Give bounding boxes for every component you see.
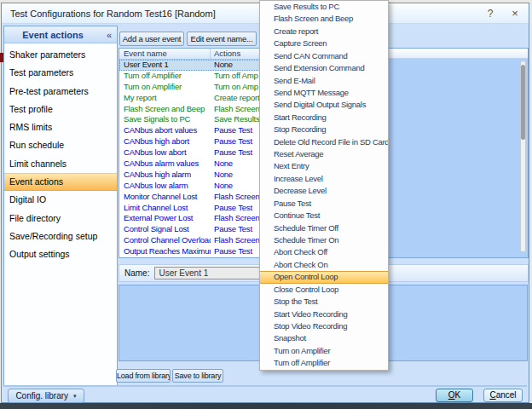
table-row[interactable]: Turn off Amplifier Turn off Amp — [119, 71, 265, 82]
event-name-cell: Control Signal Lost — [119, 224, 211, 235]
menu-item-pause-test[interactable]: Pause Test — [260, 198, 388, 210]
menu-item-send-can-command[interactable]: Send CAN Command — [260, 50, 388, 62]
table-row[interactable]: CANbus low abort Pause Test — [119, 147, 265, 158]
menu-item-stop-the-test[interactable]: Stop the Test — [260, 296, 388, 308]
table-row[interactable]: CANbus high alarm None — [119, 170, 265, 181]
sidebar-item-test-parameters[interactable]: Test parameters — [4, 64, 117, 82]
menu-item-send-digital-output-signals[interactable]: Send Digital Output Signals — [260, 99, 388, 111]
event-action-cell: Pause Test — [211, 203, 265, 214]
config-library-dropdown[interactable]: Config. library ▾ — [8, 389, 84, 403]
sidebar-item-file-directory[interactable]: File directory — [4, 210, 117, 228]
menu-item-close-control-loop[interactable]: Close Control Loop — [260, 284, 388, 296]
menu-item-abort-check-on[interactable]: Abort Check On — [260, 259, 388, 271]
table-row[interactable]: Save Signals to PC Save Results — [119, 114, 265, 125]
table-row[interactable]: Control Channel Overloaded Flash Screen — [119, 235, 265, 246]
event-action-cell: Pause Test — [211, 136, 265, 147]
edit-event-name-button[interactable]: Edit event name... — [187, 32, 257, 46]
event-name-cell: Save Signals to PC — [119, 114, 211, 125]
menu-item-decrease-level[interactable]: Decrease Level — [260, 185, 388, 197]
event-action-cell: Pause Test — [211, 224, 265, 235]
menu-item-stop-recording[interactable]: Stop Recording — [260, 124, 388, 135]
footer-divider — [3, 385, 527, 387]
sidebar-item-digital-io[interactable]: Digital IO — [4, 191, 117, 209]
event-action-cell: Pause Test — [211, 246, 265, 257]
sidebar-item-run-schedule[interactable]: Run schedule — [4, 136, 117, 154]
table-row[interactable]: CANbus high abort Pause Test — [119, 136, 265, 147]
sidebar-item-limit-channels[interactable]: Limit channels — [4, 155, 117, 173]
table-row[interactable]: Output Reaches Maximum Pause Test — [119, 246, 265, 257]
event-table-header: Event name Actions — [119, 49, 265, 60]
event-name-cell: Turn on Amplifier — [119, 82, 211, 93]
column-header-actions[interactable]: Actions — [211, 49, 265, 59]
event-name-cell: My report — [119, 93, 211, 104]
event-action-cell: None — [211, 60, 265, 71]
menu-item-increase-level[interactable]: Increase Level — [260, 173, 388, 185]
event-name-cell: CANbus alarm values — [119, 158, 211, 170]
menu-item-create-report[interactable]: Create report — [260, 26, 388, 37]
collapse-sidebar-icon[interactable]: « — [101, 30, 117, 40]
table-row[interactable]: User Event 1 None — [119, 60, 265, 71]
load-from-library-button[interactable]: Load from library — [116, 369, 171, 383]
sidebar-item-list: Shaker parameters Test parameters Pre-te… — [4, 43, 117, 264]
menu-item-next-entry[interactable]: Next Entry — [260, 160, 388, 172]
sidebar-item-save-recording-setup[interactable]: Save/Recording setup — [4, 228, 117, 245]
table-row[interactable]: Turn on Amplifier Turn on Amp — [119, 82, 265, 93]
scrollbar-thumb[interactable] — [521, 65, 525, 140]
menu-item-turn-off-amplifier[interactable]: Turn off Amplifier — [260, 357, 388, 369]
menu-item-capture-screen[interactable]: Capture Screen — [260, 37, 388, 49]
config-library-label: Config. library — [15, 391, 68, 400]
menu-item-flash-screen-and-beep[interactable]: Flash Screen and Beep — [260, 13, 388, 25]
event-action-cell: Flash Screen — [211, 213, 265, 224]
event-name-cell: CANbus low alarm — [119, 181, 211, 192]
event-action-cell: None — [211, 181, 265, 192]
menu-item-start-video-recording[interactable]: Start Video Recording — [260, 308, 388, 320]
event-action-cell: Turn on Amp — [211, 82, 265, 93]
menu-item-send-extension-command[interactable]: Send Extension Command — [260, 62, 388, 74]
menu-item-stop-video-recording[interactable]: Stop Video Recording — [260, 320, 388, 332]
event-name-input[interactable] — [154, 267, 267, 279]
sidebar-item-output-settings[interactable]: Output settings — [4, 245, 117, 263]
table-row[interactable]: CANbus low alarm None — [119, 181, 265, 192]
sidebar-item-pre-test-parameters[interactable]: Pre-test parameters — [4, 83, 117, 101]
sidebar-item-rms-limits[interactable]: RMS limits — [4, 118, 117, 136]
close-icon[interactable]: × — [506, 3, 524, 24]
menu-item-save-results-to-pc[interactable]: Save Results to PC — [260, 1, 388, 13]
menu-item-schedule-timer-on[interactable]: Schedule Timer On — [260, 234, 388, 246]
sidebar-item-shaker-parameters[interactable]: Shaker parameters — [4, 46, 117, 64]
menu-item-schedule-timer-off[interactable]: Schedule Timer Off — [260, 222, 388, 234]
table-row[interactable]: Monitor Channel Lost Flash Screen — [119, 192, 265, 203]
table-row[interactable]: External Power Lost Flash Screen — [119, 213, 265, 224]
menu-item-reset-average[interactable]: Reset Average — [260, 148, 388, 160]
event-name-cell: Control Channel Overloaded — [119, 235, 211, 246]
menu-item-send-mqtt-message[interactable]: Send MQTT Message — [260, 87, 388, 99]
save-to-library-button[interactable]: Save to library — [172, 369, 223, 383]
menu-item-send-e-mail[interactable]: Send E-Mail — [260, 75, 388, 87]
menu-item-start-recording[interactable]: Start Recording — [260, 112, 388, 124]
table-row[interactable]: Limit Channel Lost Pause Test — [119, 203, 265, 214]
menu-item-open-control-loop[interactable]: Open Control Loop — [260, 271, 388, 283]
sidebar-item-test-profile[interactable]: Test profile — [4, 101, 117, 118]
table-row[interactable]: Flash Screen and Beep Flash Screen — [119, 104, 265, 115]
menu-item-snapshot[interactable]: Snapshot — [260, 332, 388, 344]
event-name-cell: Monitor Channel Lost — [119, 192, 211, 203]
menu-item-abort-check-off[interactable]: Abort Check Off — [260, 246, 388, 258]
event-name-cell: External Power Lost — [119, 213, 211, 224]
table-row[interactable]: CANbus abort values Pause Test — [119, 125, 265, 136]
dialog-title: Test Configurations for Random Test16 [R… — [10, 3, 216, 24]
table-row[interactable]: My report Create report — [119, 93, 265, 104]
ok-button[interactable]: OK — [436, 389, 473, 402]
cancel-button[interactable]: Cancel — [483, 389, 523, 402]
menu-item-continue-test[interactable]: Continue Test — [260, 210, 388, 222]
event-name-cell: CANbus high alarm — [119, 170, 211, 181]
sidebar-item-event-actions[interactable]: Event actions — [4, 173, 117, 191]
event-action-cell: None — [211, 158, 265, 170]
actions-panel-scrollbar[interactable] — [520, 60, 526, 252]
menu-item-delete-old-record-file-in-sd-card[interactable]: Delete Old Record File in SD Card — [260, 136, 388, 148]
event-name-cell: CANbus high abort — [119, 136, 211, 147]
table-row[interactable]: CANbus alarm values None — [119, 158, 265, 170]
menu-item-turn-on-amplifier[interactable]: Turn on Amplifier — [260, 345, 388, 357]
column-header-event-name[interactable]: Event name — [119, 49, 211, 59]
table-row[interactable]: Control Signal Lost Pause Test — [119, 224, 265, 235]
help-icon[interactable]: ? — [481, 3, 500, 24]
add-user-event-button[interactable]: Add a user event — [119, 32, 184, 46]
